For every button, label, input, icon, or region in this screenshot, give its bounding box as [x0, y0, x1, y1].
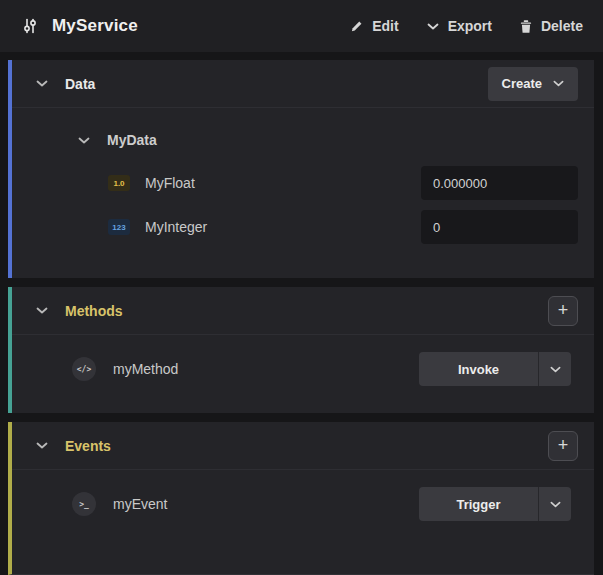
- chevron-down-icon: [427, 23, 439, 30]
- edit-button[interactable]: Edit: [350, 18, 398, 34]
- invoke-options-chevron-icon[interactable]: [538, 352, 571, 386]
- field-name: MyFloat: [145, 175, 421, 191]
- trigger-options-chevron-icon[interactable]: [538, 487, 571, 521]
- integer-type-badge-icon: 123: [108, 219, 130, 235]
- data-collapse-chevron-icon[interactable]: [34, 78, 50, 89]
- topbar: MyService Edit Export: [0, 0, 603, 52]
- event-row-myevent: >_ myEvent Trigger: [12, 470, 594, 548]
- create-label: Create: [502, 76, 542, 91]
- delete-button[interactable]: Delete: [520, 18, 583, 34]
- top-actions: Edit Export Delete: [350, 18, 583, 34]
- edit-label: Edit: [372, 18, 398, 34]
- chevron-down-icon: [553, 80, 564, 87]
- data-section-title: Data: [65, 76, 95, 92]
- trash-icon: [520, 20, 532, 33]
- method-code-icon: </>: [72, 357, 96, 381]
- page-title: MyService: [52, 16, 138, 36]
- trigger-button[interactable]: Trigger: [419, 487, 538, 521]
- export-button[interactable]: Export: [427, 18, 492, 34]
- main-content: Data Create MyData 1.0: [0, 52, 603, 575]
- service-sliders-icon: [22, 18, 38, 34]
- app-window: MyService Edit Export: [0, 0, 603, 575]
- myinteger-value-input[interactable]: [421, 210, 578, 244]
- events-section-title: Events: [65, 438, 111, 454]
- events-collapse-chevron-icon[interactable]: [34, 440, 50, 451]
- field-name: MyInteger: [145, 219, 421, 235]
- invoke-button[interactable]: Invoke: [419, 352, 538, 386]
- mydata-collapse-chevron-icon[interactable]: [76, 135, 92, 146]
- field-row-myfloat: 1.0 MyFloat: [12, 166, 578, 200]
- invoke-split-button: Invoke: [419, 352, 571, 386]
- trigger-split-button: Trigger: [419, 487, 571, 521]
- export-label: Export: [448, 18, 492, 34]
- add-method-button[interactable]: +: [548, 296, 578, 326]
- delete-label: Delete: [541, 18, 583, 34]
- event-name: myEvent: [113, 496, 419, 512]
- event-terminal-icon: >_: [72, 492, 96, 516]
- add-event-button[interactable]: +: [548, 431, 578, 461]
- methods-section-header: Methods +: [12, 287, 594, 335]
- methods-section-title: Methods: [65, 303, 123, 319]
- service-title-group: MyService: [22, 16, 138, 36]
- pencil-icon: [350, 20, 363, 33]
- data-section: Data Create MyData 1.0: [8, 60, 594, 278]
- events-section: Events + >_ myEvent Trigger: [8, 422, 594, 575]
- group-row-mydata[interactable]: MyData: [12, 124, 578, 156]
- data-section-body: MyData 1.0 MyFloat 123 MyInteger: [12, 108, 594, 278]
- myfloat-value-input[interactable]: [421, 166, 578, 200]
- method-name: myMethod: [113, 361, 419, 377]
- float-type-badge-icon: 1.0: [108, 175, 130, 191]
- events-section-header: Events +: [12, 422, 594, 470]
- methods-collapse-chevron-icon[interactable]: [34, 305, 50, 316]
- method-row-mymethod: </> myMethod Invoke: [12, 335, 594, 413]
- create-button[interactable]: Create: [488, 67, 578, 101]
- group-label: MyData: [107, 132, 157, 148]
- field-row-myinteger: 123 MyInteger: [12, 210, 578, 244]
- data-section-header: Data Create: [12, 60, 594, 108]
- methods-section: Methods + </> myMethod Invoke: [8, 287, 594, 413]
